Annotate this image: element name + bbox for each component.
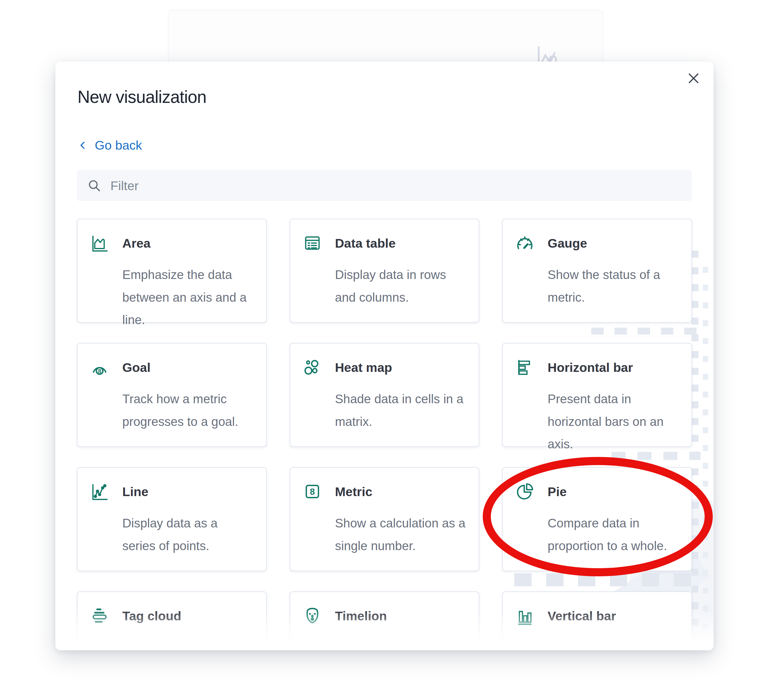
- watermark-dashed-bar: [703, 267, 708, 640]
- page-title: New visualization: [78, 87, 206, 107]
- vertical-bar-icon: [515, 606, 535, 625]
- card-description: Display word frequency with font size.: [122, 636, 254, 650]
- horizontal-bar-icon: [515, 358, 535, 377]
- area-chart-icon: [90, 233, 109, 253]
- card-title: Data table: [335, 236, 396, 251]
- close-button[interactable]: [684, 69, 703, 88]
- card-title: Tag cloud: [122, 608, 181, 623]
- go-back-link[interactable]: Go back: [78, 138, 142, 152]
- card-description: Track how a metric progresses to a goal.: [122, 388, 254, 433]
- card-title: Area: [122, 236, 150, 251]
- card-description: Emphasize the data between an axis and a…: [122, 264, 254, 331]
- data-table-icon: [302, 233, 322, 253]
- card-description: Display data as a series of points.: [122, 512, 254, 557]
- vis-type-card-metric[interactable]: 8 Metric Show a calculation as a single …: [290, 467, 479, 571]
- vis-type-card-goal[interactable]: 8 Goal Track how a metric progresses to …: [77, 343, 267, 447]
- goal-icon: 8: [90, 358, 109, 377]
- card-title: Metric: [335, 484, 372, 499]
- vis-type-card-horizontal-bar[interactable]: Horizontal bar Present data in horizonta…: [502, 343, 692, 447]
- watermark-dashed-bar: [691, 251, 699, 640]
- close-icon: [684, 69, 703, 88]
- card-description: Present data in horizontal bars on an ax…: [548, 388, 679, 455]
- new-visualization-modal: New visualization Go back: [55, 62, 713, 650]
- vis-type-card-data-table[interactable]: Data table Display data in rows and colu…: [290, 219, 479, 323]
- card-title: Horizontal bar: [548, 360, 633, 375]
- card-title: Gauge: [548, 236, 587, 251]
- card-title: Vertical bar: [548, 608, 616, 623]
- visualize-page: New visualization Go back: [0, 0, 770, 700]
- card-description: Display data in rows and columns.: [335, 264, 466, 309]
- card-description: Shade data in cells in a matrix.: [335, 388, 466, 433]
- card-title: Goal: [122, 360, 150, 375]
- line-chart-icon: [90, 482, 109, 501]
- visualization-grid: Area Emphasize the data between an axis …: [77, 219, 692, 650]
- card-description: Show time series data on a graph.: [335, 636, 466, 650]
- filter-field: [77, 170, 692, 201]
- card-description: Show the status of a metric.: [548, 264, 679, 309]
- vis-type-card-line[interactable]: Line Display data as a series of points.: [77, 467, 267, 571]
- filter-input[interactable]: [110, 178, 682, 193]
- svg-text:8: 8: [310, 486, 315, 497]
- vis-type-card-area[interactable]: Area Emphasize the data between an axis …: [77, 219, 267, 323]
- card-title: Pie: [548, 484, 567, 499]
- chevron-left-icon: [78, 140, 88, 151]
- vis-type-card-tag-cloud[interactable]: Tag cloud Display word frequency with fo…: [77, 591, 267, 650]
- vis-type-card-gauge[interactable]: Gauge Show the status of a metric.: [502, 219, 692, 323]
- metric-icon: 8: [302, 482, 322, 501]
- vis-type-card-heat-map[interactable]: Heat map Shade data in cells in a matrix…: [290, 343, 479, 447]
- gauge-icon: [515, 233, 535, 253]
- search-icon: [87, 178, 102, 193]
- tag-cloud-icon: [90, 606, 109, 625]
- heat-map-icon: [302, 358, 322, 377]
- go-back-label: Go back: [95, 138, 142, 152]
- pie-chart-icon: [515, 482, 535, 501]
- vis-type-card-vertical-bar[interactable]: Vertical bar Present data in vertical ba…: [502, 591, 692, 650]
- card-title: Line: [122, 484, 149, 499]
- vis-type-card-timelion[interactable]: Timelion Show time series data on a grap…: [290, 591, 479, 650]
- vis-type-card-pie[interactable]: Pie Compare data in proportion to a whol…: [502, 467, 692, 571]
- card-title: Heat map: [335, 360, 392, 375]
- card-description: Present data in vertical bars on an axis…: [548, 636, 679, 650]
- card-description: Compare data in proportion to a whole.: [548, 512, 679, 557]
- card-title: Timelion: [335, 608, 387, 623]
- card-description: Show a calculation as a single number.: [335, 512, 466, 557]
- timelion-icon: [302, 606, 322, 625]
- svg-text:8: 8: [98, 368, 102, 374]
